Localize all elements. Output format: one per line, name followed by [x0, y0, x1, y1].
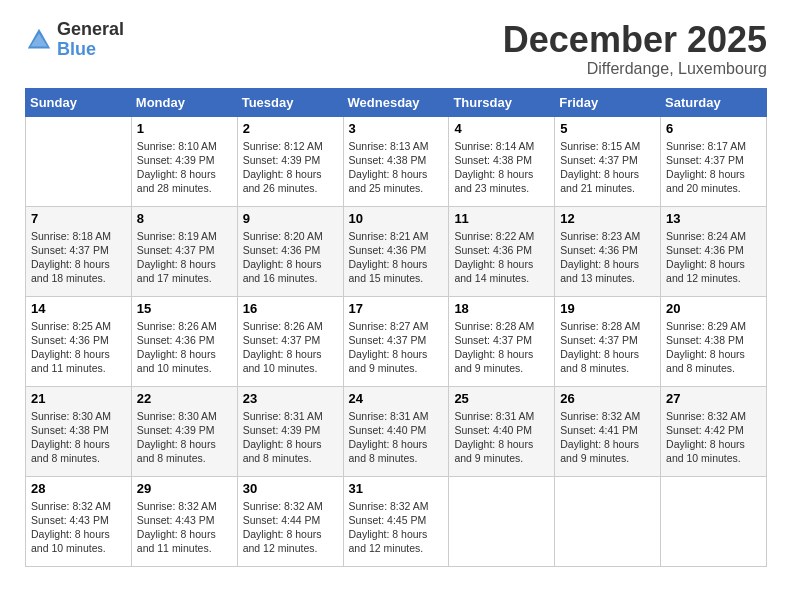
day-info: Sunrise: 8:25 AMSunset: 4:36 PMDaylight:… [31, 319, 126, 376]
day-header-tuesday: Tuesday [237, 88, 343, 116]
day-number: 3 [349, 121, 444, 136]
logo-blue-text: Blue [57, 40, 124, 60]
week-row-3: 14Sunrise: 8:25 AMSunset: 4:36 PMDayligh… [26, 296, 767, 386]
day-info: Sunrise: 8:31 AMSunset: 4:40 PMDaylight:… [454, 409, 549, 466]
calendar-cell: 12Sunrise: 8:23 AMSunset: 4:36 PMDayligh… [555, 206, 661, 296]
calendar-cell: 16Sunrise: 8:26 AMSunset: 4:37 PMDayligh… [237, 296, 343, 386]
month-title: December 2025 [503, 20, 767, 60]
day-number: 31 [349, 481, 444, 496]
calendar-cell: 18Sunrise: 8:28 AMSunset: 4:37 PMDayligh… [449, 296, 555, 386]
day-number: 18 [454, 301, 549, 316]
calendar-cell: 7Sunrise: 8:18 AMSunset: 4:37 PMDaylight… [26, 206, 132, 296]
day-number: 7 [31, 211, 126, 226]
day-info: Sunrise: 8:17 AMSunset: 4:37 PMDaylight:… [666, 139, 761, 196]
calendar-cell: 6Sunrise: 8:17 AMSunset: 4:37 PMDaylight… [661, 116, 767, 206]
calendar-cell: 1Sunrise: 8:10 AMSunset: 4:39 PMDaylight… [131, 116, 237, 206]
calendar-cell: 2Sunrise: 8:12 AMSunset: 4:39 PMDaylight… [237, 116, 343, 206]
day-info: Sunrise: 8:31 AMSunset: 4:39 PMDaylight:… [243, 409, 338, 466]
day-number: 29 [137, 481, 232, 496]
day-header-monday: Monday [131, 88, 237, 116]
calendar-cell: 13Sunrise: 8:24 AMSunset: 4:36 PMDayligh… [661, 206, 767, 296]
day-number: 9 [243, 211, 338, 226]
day-number: 23 [243, 391, 338, 406]
day-number: 8 [137, 211, 232, 226]
calendar-cell [26, 116, 132, 206]
day-info: Sunrise: 8:15 AMSunset: 4:37 PMDaylight:… [560, 139, 655, 196]
calendar-cell: 15Sunrise: 8:26 AMSunset: 4:36 PMDayligh… [131, 296, 237, 386]
calendar-cell: 8Sunrise: 8:19 AMSunset: 4:37 PMDaylight… [131, 206, 237, 296]
day-info: Sunrise: 8:32 AMSunset: 4:42 PMDaylight:… [666, 409, 761, 466]
calendar-cell: 11Sunrise: 8:22 AMSunset: 4:36 PMDayligh… [449, 206, 555, 296]
day-info: Sunrise: 8:26 AMSunset: 4:36 PMDaylight:… [137, 319, 232, 376]
day-info: Sunrise: 8:27 AMSunset: 4:37 PMDaylight:… [349, 319, 444, 376]
calendar-cell: 28Sunrise: 8:32 AMSunset: 4:43 PMDayligh… [26, 476, 132, 566]
day-info: Sunrise: 8:28 AMSunset: 4:37 PMDaylight:… [454, 319, 549, 376]
day-number: 6 [666, 121, 761, 136]
calendar-cell: 19Sunrise: 8:28 AMSunset: 4:37 PMDayligh… [555, 296, 661, 386]
day-header-friday: Friday [555, 88, 661, 116]
day-header-thursday: Thursday [449, 88, 555, 116]
day-number: 14 [31, 301, 126, 316]
day-info: Sunrise: 8:13 AMSunset: 4:38 PMDaylight:… [349, 139, 444, 196]
day-info: Sunrise: 8:19 AMSunset: 4:37 PMDaylight:… [137, 229, 232, 286]
day-number: 10 [349, 211, 444, 226]
week-row-1: 1Sunrise: 8:10 AMSunset: 4:39 PMDaylight… [26, 116, 767, 206]
day-info: Sunrise: 8:32 AMSunset: 4:43 PMDaylight:… [137, 499, 232, 556]
day-number: 11 [454, 211, 549, 226]
week-row-4: 21Sunrise: 8:30 AMSunset: 4:38 PMDayligh… [26, 386, 767, 476]
day-info: Sunrise: 8:14 AMSunset: 4:38 PMDaylight:… [454, 139, 549, 196]
location: Differdange, Luxembourg [503, 60, 767, 78]
day-number: 27 [666, 391, 761, 406]
calendar-cell: 17Sunrise: 8:27 AMSunset: 4:37 PMDayligh… [343, 296, 449, 386]
day-number: 5 [560, 121, 655, 136]
day-number: 17 [349, 301, 444, 316]
calendar-cell [449, 476, 555, 566]
day-info: Sunrise: 8:31 AMSunset: 4:40 PMDaylight:… [349, 409, 444, 466]
calendar-cell: 20Sunrise: 8:29 AMSunset: 4:38 PMDayligh… [661, 296, 767, 386]
day-number: 15 [137, 301, 232, 316]
calendar-cell: 26Sunrise: 8:32 AMSunset: 4:41 PMDayligh… [555, 386, 661, 476]
day-number: 28 [31, 481, 126, 496]
day-info: Sunrise: 8:29 AMSunset: 4:38 PMDaylight:… [666, 319, 761, 376]
day-info: Sunrise: 8:20 AMSunset: 4:36 PMDaylight:… [243, 229, 338, 286]
day-number: 1 [137, 121, 232, 136]
day-info: Sunrise: 8:24 AMSunset: 4:36 PMDaylight:… [666, 229, 761, 286]
logo-icon [25, 26, 53, 54]
calendar-cell: 4Sunrise: 8:14 AMSunset: 4:38 PMDaylight… [449, 116, 555, 206]
day-number: 4 [454, 121, 549, 136]
week-row-5: 28Sunrise: 8:32 AMSunset: 4:43 PMDayligh… [26, 476, 767, 566]
week-row-2: 7Sunrise: 8:18 AMSunset: 4:37 PMDaylight… [26, 206, 767, 296]
day-number: 26 [560, 391, 655, 406]
day-info: Sunrise: 8:22 AMSunset: 4:36 PMDaylight:… [454, 229, 549, 286]
day-info: Sunrise: 8:26 AMSunset: 4:37 PMDaylight:… [243, 319, 338, 376]
day-info: Sunrise: 8:18 AMSunset: 4:37 PMDaylight:… [31, 229, 126, 286]
calendar-header-row: SundayMondayTuesdayWednesdayThursdayFrid… [26, 88, 767, 116]
day-number: 25 [454, 391, 549, 406]
day-number: 20 [666, 301, 761, 316]
day-info: Sunrise: 8:32 AMSunset: 4:41 PMDaylight:… [560, 409, 655, 466]
day-info: Sunrise: 8:32 AMSunset: 4:44 PMDaylight:… [243, 499, 338, 556]
calendar-cell: 30Sunrise: 8:32 AMSunset: 4:44 PMDayligh… [237, 476, 343, 566]
calendar-cell: 21Sunrise: 8:30 AMSunset: 4:38 PMDayligh… [26, 386, 132, 476]
calendar-table: SundayMondayTuesdayWednesdayThursdayFrid… [25, 88, 767, 567]
day-info: Sunrise: 8:28 AMSunset: 4:37 PMDaylight:… [560, 319, 655, 376]
calendar-cell: 27Sunrise: 8:32 AMSunset: 4:42 PMDayligh… [661, 386, 767, 476]
calendar-cell: 23Sunrise: 8:31 AMSunset: 4:39 PMDayligh… [237, 386, 343, 476]
calendar-cell: 25Sunrise: 8:31 AMSunset: 4:40 PMDayligh… [449, 386, 555, 476]
day-info: Sunrise: 8:32 AMSunset: 4:45 PMDaylight:… [349, 499, 444, 556]
calendar-cell: 29Sunrise: 8:32 AMSunset: 4:43 PMDayligh… [131, 476, 237, 566]
title-block: December 2025 Differdange, Luxembourg [503, 20, 767, 78]
day-info: Sunrise: 8:23 AMSunset: 4:36 PMDaylight:… [560, 229, 655, 286]
day-info: Sunrise: 8:21 AMSunset: 4:36 PMDaylight:… [349, 229, 444, 286]
day-info: Sunrise: 8:12 AMSunset: 4:39 PMDaylight:… [243, 139, 338, 196]
calendar-cell: 3Sunrise: 8:13 AMSunset: 4:38 PMDaylight… [343, 116, 449, 206]
calendar-cell [555, 476, 661, 566]
day-number: 16 [243, 301, 338, 316]
calendar-cell [661, 476, 767, 566]
calendar-cell: 31Sunrise: 8:32 AMSunset: 4:45 PMDayligh… [343, 476, 449, 566]
day-number: 13 [666, 211, 761, 226]
day-number: 19 [560, 301, 655, 316]
day-number: 12 [560, 211, 655, 226]
day-header-wednesday: Wednesday [343, 88, 449, 116]
calendar-cell: 14Sunrise: 8:25 AMSunset: 4:36 PMDayligh… [26, 296, 132, 386]
